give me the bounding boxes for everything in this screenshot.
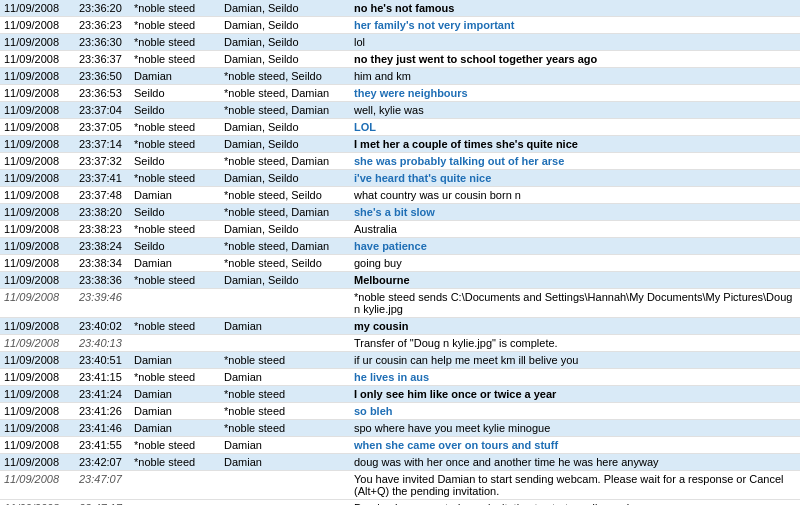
cell-message: going buy [350,255,800,272]
cell-message: Australia [350,221,800,238]
cell-to [220,471,350,500]
chat-row: 11/09/200823:41:15*noble steedDamianhe l… [0,369,800,386]
cell-date: 11/09/2008 [0,136,75,153]
cell-to: *noble steed, Seildo [220,187,350,204]
cell-message: no they just went to school together yea… [350,51,800,68]
cell-date: 11/09/2008 [0,187,75,204]
cell-from [130,289,220,318]
cell-date: 11/09/2008 [0,289,75,318]
cell-date: 11/09/2008 [0,170,75,187]
cell-to: Damian, Seildo [220,51,350,68]
cell-to: Damian, Seildo [220,272,350,289]
cell-from: *noble steed [130,454,220,471]
cell-date: 11/09/2008 [0,0,75,17]
cell-from: Damian [130,352,220,369]
cell-to: Damian, Seildo [220,119,350,136]
chat-row: 11/09/200823:36:23*noble steedDamian, Se… [0,17,800,34]
cell-time: 23:36:37 [75,51,130,68]
cell-to: Damian [220,454,350,471]
cell-message: he lives in aus [350,369,800,386]
cell-time: 23:36:30 [75,34,130,51]
cell-time: 23:47:17 [75,500,130,506]
cell-message: what country was ur cousin born n [350,187,800,204]
cell-time: 23:36:23 [75,17,130,34]
cell-from: Damian [130,403,220,420]
chat-row: 11/09/200823:38:20Seildo*noble steed, Da… [0,204,800,221]
cell-time: 23:41:46 [75,420,130,437]
cell-message: Melbourne [350,272,800,289]
chat-row: 11/09/200823:36:20*noble steedDamian, Se… [0,0,800,17]
cell-message: i've heard that's quite nice [350,170,800,187]
cell-from: *noble steed [130,369,220,386]
cell-from: Damian [130,68,220,85]
cell-from: Seildo [130,238,220,255]
cell-message: she's a bit slow [350,204,800,221]
cell-message: so bleh [350,403,800,420]
cell-to: *noble steed [220,352,350,369]
chat-row: 11/09/200823:36:37*noble steedDamian, Se… [0,51,800,68]
cell-message: she was probably talking out of her arse [350,153,800,170]
cell-from: *noble steed [130,272,220,289]
cell-from: *noble steed [130,34,220,51]
cell-to: Damian, Seildo [220,136,350,153]
chat-row: 11/09/200823:41:26Damian*noble steedso b… [0,403,800,420]
chat-row: 11/09/200823:39:46*noble steed sends C:\… [0,289,800,318]
cell-from: *noble steed [130,170,220,187]
cell-date: 11/09/2008 [0,255,75,272]
chat-row: 11/09/200823:36:30*noble steedDamian, Se… [0,34,800,51]
cell-to: Damian, Seildo [220,17,350,34]
cell-message: You have invited Damian to start sending… [350,471,800,500]
cell-time: 23:42:07 [75,454,130,471]
cell-time: 23:38:23 [75,221,130,238]
cell-time: 23:38:20 [75,204,130,221]
cell-date: 11/09/2008 [0,221,75,238]
cell-message: no he's not famous [350,0,800,17]
cell-message: when she came over on tours and stuff [350,437,800,454]
chat-row: 11/09/200823:41:46Damian*noble steedspo … [0,420,800,437]
cell-message: well, kylie was [350,102,800,119]
cell-message: lol [350,34,800,51]
chat-row: 11/09/200823:37:41*noble steedDamian, Se… [0,170,800,187]
cell-to: Damian, Seildo [220,34,350,51]
chat-row: 11/09/200823:41:55*noble steedDamianwhen… [0,437,800,454]
cell-from [130,335,220,352]
cell-to: *noble steed [220,420,350,437]
cell-to: Damian [220,318,350,335]
cell-date: 11/09/2008 [0,68,75,85]
cell-date: 11/09/2008 [0,471,75,500]
cell-date: 11/09/2008 [0,153,75,170]
cell-from: Seildo [130,153,220,170]
chat-row: 11/09/200823:38:24Seildo*noble steed, Da… [0,238,800,255]
cell-date: 11/09/2008 [0,335,75,352]
cell-time: 23:37:14 [75,136,130,153]
cell-date: 11/09/2008 [0,272,75,289]
cell-message: doug was with her once and another time … [350,454,800,471]
cell-date: 11/09/2008 [0,51,75,68]
cell-to: Damian, Seildo [220,221,350,238]
cell-date: 11/09/2008 [0,437,75,454]
cell-from: Damian [130,386,220,403]
cell-from: *noble steed [130,51,220,68]
cell-message: if ur cousin can help me meet km ill bel… [350,352,800,369]
cell-to: *noble steed, Seildo [220,255,350,272]
cell-from: *noble steed [130,0,220,17]
cell-date: 11/09/2008 [0,85,75,102]
chat-row: 11/09/200823:47:17Damian has accepted yo… [0,500,800,506]
chat-log: 11/09/200823:36:20*noble steedDamian, Se… [0,0,800,505]
cell-message: my cousin [350,318,800,335]
cell-to: Damian [220,437,350,454]
cell-time: 23:40:02 [75,318,130,335]
cell-time: 23:40:51 [75,352,130,369]
cell-message: LOL [350,119,800,136]
chat-row: 11/09/200823:38:36*noble steedDamian, Se… [0,272,800,289]
chat-row: 11/09/200823:37:48Damian*noble steed, Se… [0,187,800,204]
cell-to: *noble steed, Seildo [220,68,350,85]
cell-time: 23:38:34 [75,255,130,272]
chat-row: 11/09/200823:40:13Transfer of "Doug n ky… [0,335,800,352]
cell-time: 23:38:36 [75,272,130,289]
cell-to: Damian [220,369,350,386]
cell-to [220,289,350,318]
cell-from: *noble steed [130,119,220,136]
cell-date: 11/09/2008 [0,369,75,386]
cell-message: Damian has accepted your invitation to s… [350,500,800,506]
